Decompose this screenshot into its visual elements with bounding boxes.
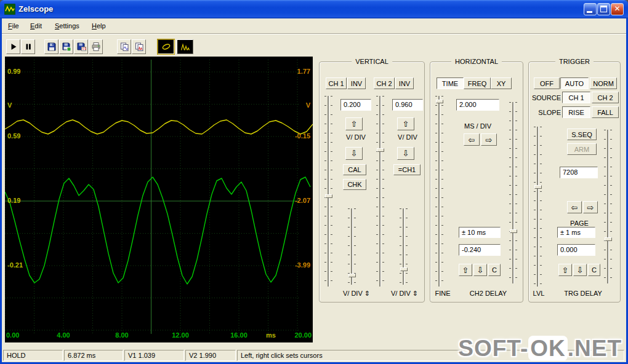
match-ch1-button[interactable]: =CH1 (393, 164, 421, 175)
scope-display[interactable]: 0.99V0.590.19-0.211.77V-0.15-2.07-3.990.… (5, 57, 313, 342)
ch2-vdiv-value[interactable]: 0.960 (392, 99, 423, 111)
spectrum-peaks-icon (180, 42, 190, 52)
ch2-select-button[interactable]: CH 2 (374, 77, 395, 89)
slider-thumb[interactable] (510, 229, 517, 233)
scope-display-button[interactable] (158, 39, 174, 54)
ch2-invert-button[interactable]: INV (395, 77, 414, 89)
slider-ticks (331, 96, 332, 287)
tab-xy[interactable]: XY (491, 77, 512, 89)
trg-delay-down-button[interactable]: ⇩ (573, 264, 587, 276)
ch1-select-button[interactable]: CH 1 (326, 77, 347, 89)
ch2-delay-up-button[interactable]: ⇧ (459, 264, 472, 276)
slope-fall-button[interactable]: FALL (592, 106, 619, 118)
trigger-source-ch1-button[interactable]: CH 1 (562, 92, 590, 103)
floppy-icon (47, 42, 57, 52)
ch1-vdiv-label: V/ DIV (340, 133, 371, 141)
slider-groove (607, 130, 609, 283)
slider-thumb[interactable] (605, 237, 612, 241)
slider-thumb[interactable] (377, 148, 384, 152)
ch1-vdiv-fine-slider[interactable] (348, 208, 356, 285)
pause-button[interactable] (21, 39, 35, 54)
trigger-off-button[interactable]: OFF (534, 77, 560, 89)
copy-scope-button[interactable] (117, 39, 131, 54)
trigger-auto-button[interactable]: AUTO (560, 77, 589, 89)
slider-ticks (435, 96, 437, 287)
tab-time[interactable]: TIME (437, 77, 464, 89)
close-button[interactable]: ✕ (611, 3, 624, 15)
trigger-count-value[interactable]: 7208 (560, 167, 598, 178)
ch2-delay-slider[interactable] (509, 102, 517, 283)
slider-ticks (406, 208, 408, 285)
trg-page-next-button[interactable]: ⇨ (583, 201, 598, 213)
ch1-fine-caption: V/ DIV ⇕ (334, 290, 379, 298)
ch1-position-slider[interactable] (324, 96, 332, 287)
slider-ticks (610, 130, 612, 283)
slider-thumb[interactable] (348, 274, 356, 277)
spectrum-display-button[interactable] (177, 39, 193, 54)
tab-freq[interactable]: FREQ (464, 77, 491, 89)
slope-rise-button[interactable]: RISE (562, 106, 590, 118)
scope-trace-icon (161, 42, 171, 52)
slider-thumb[interactable] (436, 100, 443, 103)
trg-page-prev-button[interactable]: ⇦ (567, 201, 582, 213)
trigger-norm-button[interactable]: NORM (590, 77, 617, 89)
trg-delay-up-button[interactable]: ⇧ (558, 264, 572, 276)
slider-ticks (604, 130, 606, 283)
minimize-icon (587, 11, 592, 13)
ch1-invert-button[interactable]: INV (347, 77, 366, 89)
minimize-button[interactable] (584, 3, 597, 15)
menu-help[interactable]: Help (89, 20, 109, 31)
maximize-button[interactable] (597, 3, 610, 15)
chk-button[interactable]: CHK (343, 179, 366, 190)
trigger-delay-slider[interactable] (604, 130, 612, 283)
trg-delay-clear-button[interactable]: C (588, 264, 600, 276)
timebase-fine-slider[interactable] (435, 96, 443, 287)
slider-groove (403, 208, 405, 285)
slider-thumb[interactable] (534, 185, 542, 189)
fine-label: FINE (430, 290, 455, 297)
single-seq-button[interactable]: S.SEQ (567, 129, 597, 140)
ch2-delay-value[interactable]: -0.240 (459, 244, 501, 256)
menu-file[interactable]: File (5, 20, 22, 31)
slider-ticks (534, 127, 536, 287)
menu-settings[interactable]: Settings (52, 20, 83, 31)
ch1-vdiv-up-button[interactable]: ⇧ (345, 117, 363, 130)
ch1-vdiv-down-button[interactable]: ⇩ (345, 147, 363, 160)
cal-button[interactable]: CAL (343, 164, 366, 175)
vertical-group-title: VERTICAL (352, 58, 392, 65)
copy-spectrum-button[interactable] (132, 39, 146, 54)
slider-groove (438, 96, 440, 287)
ch2-position-slider[interactable] (376, 96, 384, 287)
ch2-vdiv-down-button[interactable]: ⇩ (397, 147, 414, 160)
ch2-delay-clear-button[interactable]: C (488, 264, 501, 276)
save-button[interactable] (44, 39, 58, 54)
toolbar-divider-light (2, 34, 626, 34)
trg-delay-label: TRG DELAY (558, 290, 608, 297)
ch2-vdiv-fine-slider[interactable] (400, 208, 408, 285)
watermark-highlight: OK (528, 336, 568, 361)
msdiv-decrease-button[interactable]: ⇦ (464, 133, 480, 146)
title-bar: Zelscope ✕ (0, 0, 628, 18)
ch2-vdiv-up-button[interactable]: ⇧ (397, 117, 414, 130)
print-button[interactable] (89, 39, 103, 54)
msdiv-increase-button[interactable]: ⇨ (481, 133, 497, 146)
ch2-fine-caption: V/ DIV ⇕ (386, 290, 423, 298)
run-button[interactable] (6, 39, 20, 54)
trigger-source-ch2-button[interactable]: CH 2 (592, 92, 619, 103)
msdiv-value[interactable]: 2.000 (456, 99, 499, 111)
ch1-vdiv-value[interactable]: 0.200 (340, 99, 371, 111)
ch2-delay-down-button[interactable]: ⇩ (473, 264, 487, 276)
msdiv-unit-label: MS / DIV (456, 122, 499, 130)
menu-edit[interactable]: Edit (27, 20, 45, 31)
export-data-button[interactable]: 01 (74, 39, 88, 54)
trigger-level-slider[interactable] (534, 127, 542, 287)
slider-groove (328, 96, 329, 287)
slider-thumb[interactable] (400, 267, 408, 271)
export-signal-button[interactable] (59, 39, 73, 54)
slider-groove (379, 96, 381, 287)
slider-thumb[interactable] (325, 194, 332, 198)
ch1-fine-caption-text: V/ DIV (343, 290, 363, 297)
trg-delay-range: ± 1 ms (557, 227, 595, 238)
slider-ticks (400, 208, 401, 285)
trg-delay-value[interactable]: 0.000 (557, 244, 595, 256)
